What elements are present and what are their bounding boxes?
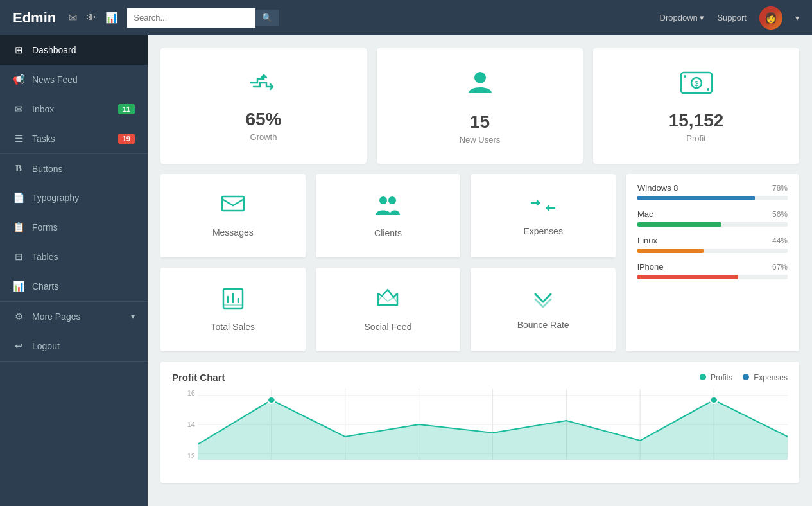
legend-expenses: Expenses — [743, 373, 788, 382]
svg-point-0 — [474, 72, 486, 83]
social-feed-label: Social Feed — [365, 322, 412, 332]
progress-item-mac: Mac 56% — [637, 209, 788, 227]
sidebar-section-ui: B Buttons 📄 Typography 📋 Forms ⊟ Tables … — [0, 154, 148, 302]
action-card-messages[interactable]: Messages — [160, 174, 306, 257]
typography-icon: 📄 — [13, 192, 24, 204]
action-card-total-sales[interactable]: Total Sales — [160, 268, 306, 351]
expenses-label: Expenses — [523, 226, 562, 236]
avatar[interactable]: 👩 — [759, 6, 782, 30]
growth-label: Growth — [250, 132, 277, 142]
sidebar-item-label: More Pages — [32, 311, 80, 322]
charts-icon: 📊 — [13, 281, 24, 292]
y-label-12: 12 — [172, 452, 195, 460]
sidebar-item-tasks[interactable]: ☰ Tasks 19 — [0, 124, 148, 153]
y-label-14: 14 — [172, 421, 195, 428]
sidebar-section-extra: ⚙ More Pages ▾ ↩ Logout — [0, 302, 148, 362]
chart-header: Profit Chart Profits Expenses — [172, 372, 788, 383]
progress-panel: Windows 8 78% Mac 56% — [626, 174, 799, 351]
profit-icon: $ — [678, 69, 714, 103]
action-card-social-feed[interactable]: Social Feed — [316, 268, 461, 351]
linux-pct: 44% — [772, 236, 788, 245]
forms-icon: 📋 — [13, 222, 24, 233]
stat-cards: 65% Growth 15 New Users — [160, 48, 799, 164]
iphone-pct: 67% — [772, 263, 788, 272]
eye-icon[interactable]: 👁 — [86, 12, 96, 24]
iphone-bar-fill — [637, 275, 738, 279]
action-progress-grid: Messages Clients — [160, 174, 799, 351]
mac-label: Mac — [637, 209, 653, 219]
svg-point-7 — [379, 196, 387, 204]
search-input[interactable] — [127, 8, 255, 28]
svg-point-5 — [707, 88, 709, 91]
new-users-value: 15 — [470, 112, 490, 132]
bounce-rate-icon — [531, 289, 555, 313]
expenses-icon — [529, 196, 557, 220]
linux-bar-bg — [637, 249, 788, 253]
sidebar-section-main: ⊞ Dashboard 📢 News Feed ✉ Inbox 11 ☰ Tas… — [0, 35, 148, 154]
sidebar-item-label: Tasks — [32, 134, 55, 144]
windows8-pct: 78% — [772, 184, 788, 193]
chart-legend: Profits Expenses — [700, 373, 788, 382]
profits-dot — [700, 374, 706, 380]
sidebar-item-label: Tables — [32, 252, 58, 262]
sidebar-item-logout[interactable]: ↩ Logout — [0, 331, 148, 361]
search-form: 🔍 — [127, 8, 279, 28]
mac-bar-bg — [637, 222, 788, 227]
new-users-icon — [465, 67, 496, 104]
profits-peak-dot — [268, 397, 275, 403]
avatar-dropdown-arrow[interactable]: ▾ — [795, 13, 799, 22]
clients-label: Clients — [374, 228, 402, 238]
sidebar-item-charts[interactable]: 📊 Charts — [0, 272, 148, 301]
action-card-expenses[interactable]: Expenses — [471, 174, 616, 257]
new-users-label: New Users — [460, 135, 501, 144]
support-link[interactable]: Support — [717, 13, 747, 22]
sidebar-item-dashboard[interactable]: ⊞ Dashboard — [0, 35, 148, 65]
tasks-badge: 19 — [118, 134, 135, 144]
tables-icon: ⊟ — [13, 251, 24, 263]
mac-pct: 56% — [772, 210, 788, 219]
svg-point-4 — [684, 75, 686, 78]
news-feed-icon: 📢 — [13, 74, 24, 85]
action-card-bounce-rate[interactable]: Bounce Rate — [471, 268, 616, 351]
linux-bar-fill — [637, 249, 704, 253]
sidebar: ⊞ Dashboard 📢 News Feed ✉ Inbox 11 ☰ Tas… — [0, 35, 148, 506]
sidebar-item-buttons[interactable]: B Buttons — [0, 154, 148, 183]
dropdown-menu[interactable]: Dropdown ▾ — [660, 13, 705, 22]
sidebar-item-more-pages[interactable]: ⚙ More Pages ▾ — [0, 302, 148, 331]
sidebar-item-tables[interactable]: ⊟ Tables — [0, 242, 148, 272]
buttons-icon: B — [13, 163, 24, 174]
profit-value: 15,152 — [669, 110, 724, 131]
profit-chart-section: Profit Chart Profits Expenses 16 14 — [160, 362, 799, 483]
messages-icon — [221, 194, 245, 221]
progress-item-linux: Linux 44% — [637, 236, 788, 253]
svg-text:$: $ — [695, 80, 698, 87]
sidebar-item-label: Buttons — [32, 164, 62, 174]
stat-card-new-users: 15 New Users — [377, 48, 583, 164]
profit-label: Profit — [686, 134, 705, 143]
chart-icon[interactable]: 📊 — [105, 12, 118, 24]
chart-area: 16 14 12 — [172, 389, 788, 473]
sidebar-item-label: Inbox — [32, 104, 54, 114]
mail-icon[interactable]: ✉ — [69, 12, 77, 24]
tasks-icon: ☰ — [13, 133, 24, 144]
bounce-rate-label: Bounce Rate — [517, 320, 569, 330]
sidebar-item-inbox[interactable]: ✉ Inbox 11 — [0, 94, 148, 124]
sidebar-item-label: Typography — [32, 193, 79, 203]
main-content: 65% Growth 15 New Users — [148, 35, 812, 506]
growth-value: 65% — [245, 109, 281, 130]
search-button[interactable]: 🔍 — [255, 10, 279, 26]
windows8-label: Windows 8 — [637, 183, 678, 193]
sidebar-item-forms[interactable]: 📋 Forms — [0, 213, 148, 242]
sidebar-item-typography[interactable]: 📄 Typography — [0, 183, 148, 213]
windows8-bar-bg — [637, 196, 788, 200]
social-feed-icon — [376, 287, 400, 315]
stat-card-profit: $ 15,152 Profit — [593, 48, 799, 164]
windows8-bar-fill — [637, 196, 755, 200]
iphone-label: iPhone — [637, 262, 663, 272]
svg-rect-6 — [222, 196, 244, 211]
action-card-clients[interactable]: Clients — [316, 174, 461, 257]
inbox-icon: ✉ — [13, 103, 24, 115]
sidebar-item-news-feed[interactable]: 📢 News Feed — [0, 65, 148, 94]
chart-svg — [198, 389, 788, 460]
clients-icon — [374, 193, 401, 222]
